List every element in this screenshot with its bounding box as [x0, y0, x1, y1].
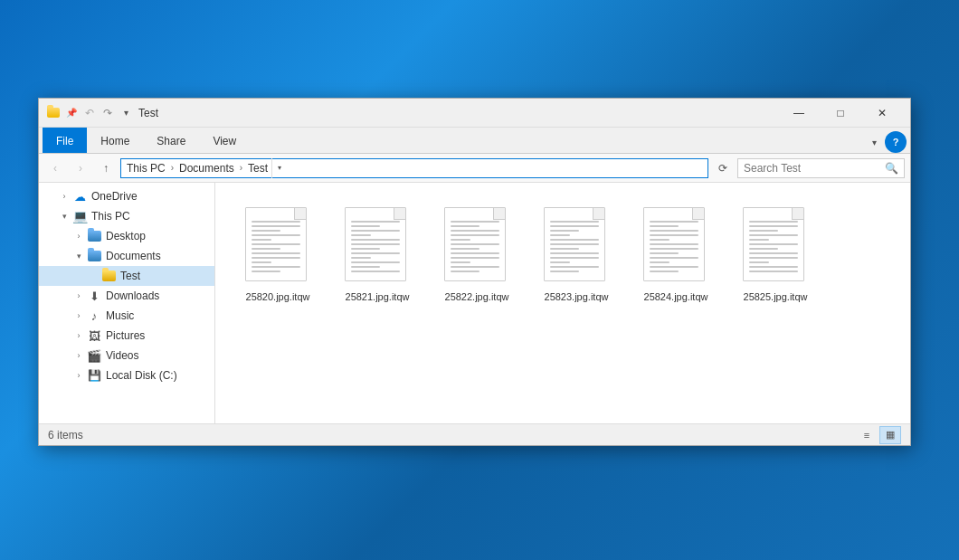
file-line: [749, 252, 798, 254]
file-item-3[interactable]: 25823.jpg.itqw: [536, 201, 617, 309]
documents-icon: [86, 249, 102, 263]
address-dropdown-button[interactable]: ▾: [271, 158, 286, 178]
minimize-button[interactable]: —: [778, 99, 820, 128]
file-line: [550, 261, 570, 263]
file-line: [451, 261, 470, 263]
sidebar-item-thispc[interactable]: ▾ 💻 This PC: [39, 206, 214, 226]
file-line: [749, 230, 778, 232]
sidebar-item-videos[interactable]: › 🎬 Videos: [39, 346, 214, 365]
sidebar-item-documents[interactable]: ▾ Documents: [39, 246, 214, 266]
sidebar-label-music: Music: [106, 309, 134, 322]
quick-access-undo[interactable]: ↶: [82, 106, 97, 120]
local-disk-icon: 💾: [86, 368, 102, 383]
file-line: [451, 230, 499, 232]
desktop-expand-icon: ›: [71, 229, 86, 243]
sidebar-label-local-disk: Local Disk (C:): [106, 369, 177, 382]
folder-icon-title: [46, 106, 61, 120]
file-line: [749, 257, 798, 259]
file-line: [650, 261, 669, 263]
file-line: [650, 230, 698, 232]
view-grid-button[interactable]: ▦: [879, 426, 901, 444]
sidebar-label-videos: Videos: [106, 349, 138, 362]
downloads-icon: ⬇: [86, 289, 102, 303]
file-item-0[interactable]: 25820.jpg.itqw: [237, 201, 318, 309]
file-line: [252, 261, 271, 263]
file-line: [451, 271, 480, 272]
tab-home[interactable]: Home: [87, 128, 143, 153]
quick-access-pin[interactable]: 📌: [64, 106, 79, 120]
sidebar: › ☁ OneDrive ▾ 💻 This PC › Desktop ▾ Doc…: [39, 183, 215, 423]
quick-access-dropdown[interactable]: ▾: [119, 106, 133, 120]
sidebar-label-test: Test: [120, 270, 140, 282]
file-line: [252, 266, 300, 268]
sidebar-item-onedrive[interactable]: › ☁ OneDrive: [39, 186, 214, 206]
file-page-5: [743, 207, 804, 281]
file-line: [252, 239, 271, 241]
view-list-button[interactable]: ≡: [856, 426, 878, 444]
file-name-4: 25824.jpg.itqw: [644, 290, 708, 303]
up-button[interactable]: ↑: [95, 157, 117, 179]
file-line: [252, 243, 300, 245]
test-expand-icon: [86, 269, 100, 283]
videos-icon: 🎬: [86, 348, 102, 363]
file-lines-1: [346, 208, 405, 278]
maximize-button[interactable]: □: [820, 99, 861, 128]
path-documents[interactable]: Documents: [179, 162, 234, 175]
tab-share[interactable]: Share: [143, 128, 199, 153]
address-bar: ‹ › ↑ This PC › Documents › Test ▾ ⟳ 🔍: [39, 154, 910, 183]
file-line: [550, 234, 570, 236]
file-line: [451, 239, 470, 241]
file-item-5[interactable]: 25825.jpg.itqw: [735, 201, 816, 309]
status-bar: 6 items ≡ ▦: [39, 423, 910, 445]
sidebar-item-music[interactable]: › ♪ Music: [39, 306, 214, 326]
file-line: [550, 225, 599, 227]
sidebar-item-downloads[interactable]: › ⬇ Downloads: [39, 286, 214, 306]
tab-view[interactable]: View: [199, 128, 250, 153]
back-button[interactable]: ‹: [44, 157, 66, 179]
file-name-3: 25823.jpg.itqw: [545, 290, 609, 303]
local-disk-expand-icon: ›: [71, 368, 86, 383]
close-button[interactable]: ✕: [861, 99, 903, 128]
sidebar-item-pictures[interactable]: › 🖼 Pictures: [39, 326, 214, 346]
file-page-3: [544, 207, 605, 281]
file-lines-3: [545, 208, 604, 278]
sidebar-item-local-disk[interactable]: › 💾 Local Disk (C:): [39, 365, 214, 385]
address-path[interactable]: This PC › Documents › Test ▾: [120, 158, 708, 178]
search-icon[interactable]: 🔍: [885, 162, 898, 175]
path-test[interactable]: Test: [248, 162, 268, 175]
file-line: [451, 225, 480, 227]
file-item-2[interactable]: 25822.jpg.itqw: [436, 201, 517, 309]
file-line: [351, 252, 400, 254]
search-box[interactable]: 🔍: [737, 158, 905, 178]
quick-access-redo[interactable]: ↷: [100, 106, 115, 120]
forward-button[interactable]: ›: [70, 157, 91, 179]
file-line: [252, 252, 300, 254]
path-this-pc[interactable]: This PC: [127, 162, 166, 175]
file-thumbnail-4: [643, 207, 708, 285]
help-button[interactable]: ?: [885, 131, 907, 153]
tab-file[interactable]: File: [43, 128, 87, 153]
onedrive-icon: ☁: [71, 189, 88, 204]
view-buttons: ≡ ▦: [856, 426, 901, 444]
file-item-1[interactable]: 25821.jpg.itqw: [337, 201, 418, 309]
refresh-button[interactable]: ⟳: [712, 157, 734, 179]
search-input[interactable]: [744, 162, 881, 175]
file-line: [550, 252, 599, 254]
file-lines-5: [744, 208, 803, 278]
file-item-4[interactable]: 25824.jpg.itqw: [635, 201, 717, 309]
sidebar-label-desktop: Desktop: [106, 230, 146, 242]
documents-expand-icon: ▾: [71, 249, 86, 263]
sidebar-item-desktop[interactable]: › Desktop: [39, 226, 214, 246]
file-line: [749, 225, 798, 227]
title-bar-quick-access: 📌 ↶ ↷ ▾: [46, 106, 133, 120]
file-line: [550, 230, 579, 232]
sidebar-item-test[interactable]: Test: [39, 266, 214, 286]
main-area: › ☁ OneDrive ▾ 💻 This PC › Desktop ▾ Doc…: [39, 183, 910, 423]
sidebar-label-onedrive: OneDrive: [91, 190, 138, 203]
file-explorer-window: 📌 ↶ ↷ ▾ Test — □ ✕ File Home Share View …: [38, 98, 911, 446]
file-line: [451, 266, 499, 268]
file-line: [650, 266, 698, 268]
file-line: [650, 234, 698, 236]
music-icon: ♪: [86, 308, 102, 323]
ribbon-expand-icon[interactable]: ▾: [863, 131, 885, 153]
